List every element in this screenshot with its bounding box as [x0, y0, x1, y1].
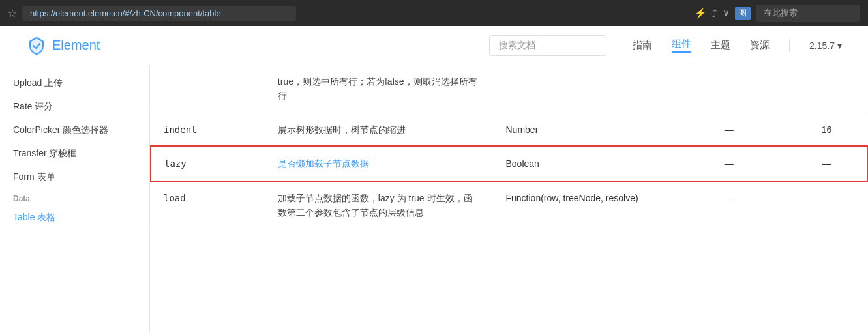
version-selector[interactable]: 2.15.7 ▾ [809, 40, 842, 51]
browser-toolbar: ⚡ ⤴ ∨ 图 [695, 7, 751, 20]
lightning-icon[interactable]: ⚡ [695, 7, 707, 19]
attr-type: Function(row, treeNode, resolve) [493, 181, 672, 229]
attr-default: — [786, 147, 867, 181]
attr-accepted: — [672, 181, 786, 229]
sidebar-group-data: Data [0, 189, 149, 206]
share-icon[interactable]: ⤴ [712, 8, 717, 19]
attr-desc: 是否懒加载子节点数据 [265, 147, 493, 181]
attr-name: lazy [151, 147, 265, 181]
table-row: true，则选中所有行；若为false，则取消选择所有行 [151, 65, 867, 113]
attr-accepted: — [672, 113, 786, 147]
attr-default: 16 [786, 113, 867, 147]
attr-desc: true，则选中所有行；若为false，则取消选择所有行 [265, 65, 493, 113]
more-icon[interactable]: ∨ [723, 7, 730, 19]
sidebar-item-rate[interactable]: Rate 评分 [0, 95, 149, 119]
sidebar-item-transfer[interactable]: Transfer 穿梭框 [0, 142, 149, 166]
logo-icon [26, 35, 47, 56]
nav-resources[interactable]: 资源 [750, 39, 770, 51]
bookmark-icon[interactable]: ☆ [8, 7, 17, 20]
nav-guide[interactable]: 指南 [633, 39, 652, 51]
address-bar[interactable]: https://element.eleme.cn/#/zh-CN/compone… [22, 6, 296, 21]
chevron-down-icon: ▾ [837, 40, 842, 51]
attr-desc: 展示树形数据时，树节点的缩进 [265, 113, 493, 147]
nav-divider [789, 39, 790, 52]
attr-default: — [786, 181, 867, 229]
extension-icon[interactable]: 图 [735, 7, 751, 20]
logo[interactable]: Element [26, 35, 100, 56]
browser-chrome: ☆ https://element.eleme.cn/#/zh-CN/compo… [0, 0, 868, 26]
main-layout: Upload 上传 Rate 评分 ColorPicker 颜色选择器 Tran… [0, 65, 868, 333]
attr-type: Boolean [493, 147, 672, 181]
sidebar-item-table[interactable]: Table 表格 [0, 206, 149, 229]
nav-components[interactable]: 组件 [672, 38, 691, 53]
content-area: true，则选中所有行；若为false，则取消选择所有行 indent 展示树形… [150, 65, 868, 333]
nav-theme[interactable]: 主题 [711, 39, 730, 51]
attr-type [493, 65, 672, 113]
sidebar: Upload 上传 Rate 评分 ColorPicker 颜色选择器 Tran… [0, 65, 150, 333]
attr-type: Number [493, 113, 672, 147]
attr-accepted: — [672, 147, 786, 181]
sidebar-item-form[interactable]: Form 表单 [0, 166, 149, 189]
table-row: load 加载子节点数据的函数，lazy 为 true 时生效，函数第二个参数包… [151, 181, 867, 229]
table-row-lazy: lazy 是否懒加载子节点数据 Boolean — — [151, 147, 867, 181]
attr-name: indent [151, 113, 265, 147]
sidebar-item-colorpicker[interactable]: ColorPicker 颜色选择器 [0, 119, 149, 142]
table-row: indent 展示树形数据时，树节点的缩进 Number — 16 [151, 113, 867, 147]
attr-name [151, 65, 265, 113]
attr-accepted [672, 65, 786, 113]
site-header: Element 搜索文档 指南 组件 主题 资源 2.15.7 ▾ [0, 26, 868, 65]
header-nav: 指南 组件 主题 资源 2.15.7 ▾ [633, 38, 842, 53]
sidebar-item-upload[interactable]: Upload 上传 [0, 72, 149, 95]
browser-search-input[interactable]: 在此搜索 [756, 5, 860, 22]
header-search-input[interactable]: 搜索文档 [489, 35, 606, 56]
attr-name: load [151, 181, 265, 229]
attr-desc: 加载子节点数据的函数，lazy 为 true 时生效，函数第二个参数包含了节点的… [265, 181, 493, 229]
attr-default [786, 65, 867, 113]
attributes-table: true，则选中所有行；若为false，则取消选择所有行 indent 展示树形… [150, 65, 868, 229]
